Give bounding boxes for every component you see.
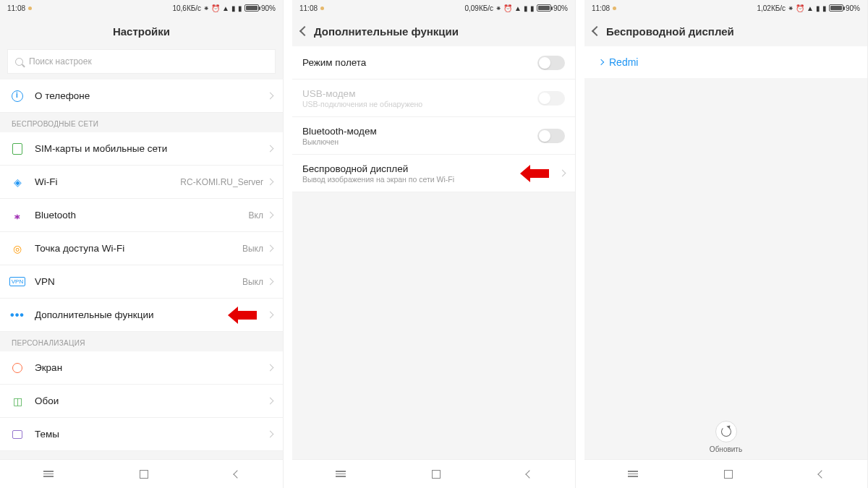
usb-tether-toggle bbox=[537, 91, 565, 106]
page-title: Дополнительные функции bbox=[314, 25, 459, 38]
display-icon bbox=[10, 361, 25, 375]
header: Настройки bbox=[0, 16, 283, 46]
wifi-icon: ▲ bbox=[222, 4, 229, 12]
alarm-icon: ⏰ bbox=[211, 4, 220, 12]
bluetooth-icon: ⁕ bbox=[203, 4, 209, 12]
more-icon: ••• bbox=[10, 308, 25, 322]
status-bar: 11:08 0,09КБ/с ⁕ ⏰ ▲ ▮ ▮ 90% bbox=[292, 0, 575, 16]
status-time: 11:08 bbox=[592, 4, 610, 12]
bluetooth-icon: ⁎ bbox=[10, 208, 25, 223]
alarm-icon: ⏰ bbox=[796, 4, 804, 12]
bt-value: Вкл bbox=[249, 210, 263, 221]
notification-dot-icon bbox=[320, 7, 324, 10]
signal-icon: ▮ bbox=[524, 4, 528, 12]
row-display[interactable]: Экран bbox=[0, 351, 283, 385]
chevron-right-icon bbox=[267, 398, 274, 405]
row-bt-tether[interactable]: Bluetooth-модем Выключен bbox=[292, 117, 575, 155]
refresh-button[interactable] bbox=[715, 421, 737, 442]
wallpaper-icon: ◫ bbox=[10, 394, 25, 408]
status-net-speed: 10,6КБ/с bbox=[172, 4, 201, 12]
status-time: 11:08 bbox=[299, 4, 318, 12]
row-wireless-display[interactable]: Беспроводной дисплей Вывод изображения н… bbox=[292, 155, 575, 192]
status-bar: 11:08 1,02КБ/с ⁕ ⏰ ▲ ▮ ▮ 90% bbox=[584, 0, 867, 16]
chevron-right-icon bbox=[267, 245, 274, 252]
status-net-speed: 1,02КБ/с bbox=[757, 4, 786, 12]
battery-percent: 90% bbox=[261, 4, 276, 12]
row-themes[interactable]: Темы bbox=[0, 418, 283, 451]
back-icon[interactable] bbox=[592, 26, 602, 36]
chevron-right-icon bbox=[267, 212, 274, 219]
status-bar: 11:08 10,6КБ/с ⁕ ⏰ ▲ ▮ ▮ 90% bbox=[0, 0, 283, 16]
search-icon bbox=[15, 58, 23, 66]
settings-list: О телефоне БЕСПРОВОДНЫЕ СЕТИ SIM-карты и… bbox=[0, 80, 283, 459]
chevron-right-icon bbox=[267, 431, 274, 438]
chevron-right-icon bbox=[267, 145, 274, 153]
screen-additional-functions: 11:08 0,09КБ/с ⁕ ⏰ ▲ ▮ ▮ 90% Дополнитель… bbox=[292, 0, 576, 488]
signal-icon: ▮ bbox=[822, 4, 827, 12]
wifi-icon: ▲ bbox=[514, 4, 522, 12]
themes-icon bbox=[10, 427, 25, 442]
nav-home-button[interactable] bbox=[432, 470, 441, 479]
device-name: Redmi bbox=[609, 56, 638, 68]
airplane-toggle[interactable] bbox=[537, 56, 565, 70]
vpn-value: Выкл bbox=[242, 277, 263, 287]
row-about-phone[interactable]: О телефоне bbox=[0, 80, 283, 113]
chevron-right-icon bbox=[267, 364, 274, 372]
hotspot-icon: ◎ bbox=[10, 241, 25, 256]
notification-dot-icon bbox=[613, 7, 616, 10]
nav-bar bbox=[584, 459, 867, 488]
row-usb-tether: USB-модем USB-подключения не обнаружено bbox=[292, 80, 575, 117]
notification-dot-icon bbox=[28, 7, 32, 10]
signal-icon: ▮ bbox=[231, 4, 236, 12]
bluetooth-icon: ⁕ bbox=[788, 4, 793, 12]
vpn-icon: VPN bbox=[10, 275, 25, 289]
row-hotspot[interactable]: ◎ Точка доступа Wi-Fi Выкл bbox=[0, 232, 283, 265]
nav-recents-button[interactable] bbox=[628, 471, 638, 477]
chevron-right-icon bbox=[559, 170, 566, 177]
battery-icon bbox=[537, 4, 551, 12]
chevron-right-icon bbox=[267, 179, 274, 186]
wifi-icon: ▲ bbox=[807, 4, 814, 12]
page-title: Настройки bbox=[113, 25, 170, 38]
row-airplane-mode[interactable]: Режим полета bbox=[292, 46, 575, 80]
row-sim[interactable]: SIM-карты и мобильные сети bbox=[0, 132, 283, 166]
row-more-functions[interactable]: ••• Дополнительные функции bbox=[0, 299, 283, 332]
screen-wireless-display: 11:08 1,02КБ/с ⁕ ⏰ ▲ ▮ ▮ 90% Беспроводно… bbox=[584, 0, 868, 488]
status-time: 11:08 bbox=[7, 4, 25, 12]
sim-icon bbox=[10, 142, 25, 156]
row-vpn[interactable]: VPN VPN Выкл bbox=[0, 265, 283, 299]
device-link-redmi[interactable]: Redmi bbox=[584, 46, 867, 78]
battery-percent: 90% bbox=[553, 4, 568, 12]
nav-bar bbox=[292, 459, 575, 488]
battery-percent: 90% bbox=[846, 4, 860, 12]
search-input[interactable]: Поиск настроек bbox=[7, 49, 276, 74]
battery-icon bbox=[244, 4, 259, 12]
chevron-right-icon bbox=[598, 59, 604, 65]
chevron-right-icon bbox=[267, 93, 274, 100]
nav-bar bbox=[0, 459, 283, 488]
hotspot-value: Выкл bbox=[242, 244, 263, 254]
battery-icon bbox=[829, 4, 843, 12]
refresh-icon bbox=[721, 427, 731, 437]
bluetooth-icon: ⁕ bbox=[495, 4, 501, 12]
row-wifi[interactable]: ◈ Wi-Fi RC-KOMI.RU_Server bbox=[0, 166, 283, 199]
nav-home-button[interactable] bbox=[140, 470, 148, 479]
chevron-right-icon bbox=[267, 312, 274, 319]
nav-back-button[interactable] bbox=[525, 470, 533, 478]
nav-recents-button[interactable] bbox=[43, 471, 54, 477]
wifi-icon: ◈ bbox=[10, 175, 25, 189]
back-icon[interactable] bbox=[299, 26, 310, 36]
signal-icon: ▮ bbox=[816, 4, 820, 12]
chevron-right-icon bbox=[267, 278, 274, 286]
nav-recents-button[interactable] bbox=[336, 471, 346, 477]
refresh-area: Обновить bbox=[584, 421, 867, 453]
row-bluetooth[interactable]: ⁎ Bluetooth Вкл bbox=[0, 199, 283, 232]
nav-back-button[interactable] bbox=[233, 470, 241, 478]
signal-icon: ▮ bbox=[238, 4, 242, 12]
bt-tether-toggle[interactable] bbox=[537, 129, 565, 143]
search-placeholder: Поиск настроек bbox=[29, 56, 92, 67]
row-wallpaper[interactable]: ◫ Обои bbox=[0, 385, 283, 418]
empty-space bbox=[584, 78, 867, 459]
nav-back-button[interactable] bbox=[817, 470, 825, 478]
nav-home-button[interactable] bbox=[724, 470, 733, 479]
